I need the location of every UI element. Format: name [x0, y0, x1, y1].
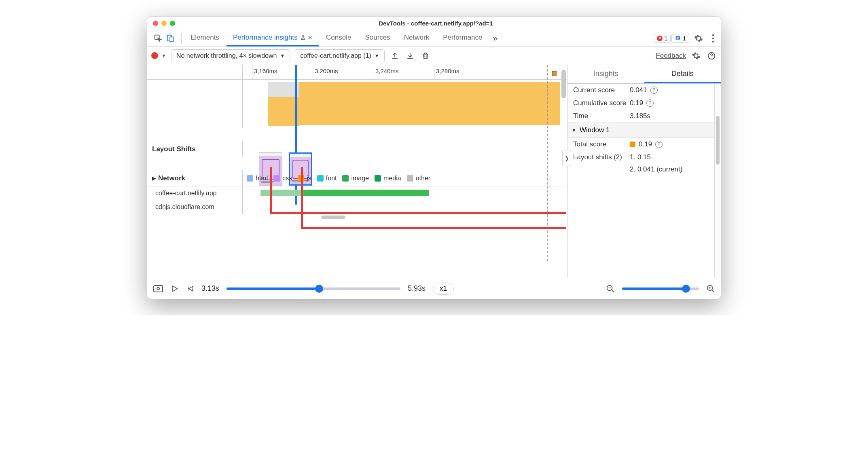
- speed-button[interactable]: x1: [433, 283, 454, 295]
- pane-toggle[interactable]: ❯: [562, 150, 571, 166]
- record-menu-icon[interactable]: ▼: [161, 53, 166, 59]
- time-value: 3.185s: [630, 112, 650, 120]
- details-scrollbar[interactable]: [714, 84, 721, 278]
- traffic-lights: [147, 21, 175, 26]
- tab-elements[interactable]: Elements: [184, 30, 226, 46]
- tab-perf-insights-label: Performance insights: [233, 30, 298, 46]
- current-score-value: 0.041: [630, 86, 647, 94]
- tab-performance-label: Performance: [443, 30, 482, 46]
- delete-icon[interactable]: [420, 51, 431, 61]
- export-icon[interactable]: [390, 51, 400, 61]
- recording-label: coffee-cart.netlify.app (1): [300, 52, 371, 59]
- timeline-pane: 3,160ms 3,200ms 3,240ms 3,280ms: [147, 65, 567, 278]
- window-section[interactable]: ▼ Window 1: [567, 123, 721, 138]
- network-row-2: cdnjs.cloudflare.com: [147, 200, 567, 214]
- total-score-label: Total score: [573, 140, 630, 148]
- message-icon: [675, 35, 681, 42]
- kebab-menu-icon[interactable]: [708, 34, 718, 43]
- chevron-down-icon: ▼: [280, 53, 285, 59]
- network-track-label: Network: [158, 174, 185, 182]
- ruler-tick-label: 3,280ms: [436, 68, 459, 74]
- details-tabs: Insights Details: [567, 65, 721, 84]
- tab-performance[interactable]: Performance: [436, 30, 489, 46]
- legend-js: js: [307, 175, 311, 182]
- feedback-link[interactable]: Feedback: [656, 52, 686, 60]
- window-minimize[interactable]: [161, 21, 167, 26]
- preview-icon[interactable]: [153, 284, 163, 293]
- legend-swatch-image: [342, 175, 349, 182]
- throttling-select[interactable]: No network throttling, 4× slowdown ▼: [171, 49, 290, 62]
- zoom-out-icon[interactable]: [606, 284, 615, 293]
- horizontal-scrollbar[interactable]: [147, 214, 567, 220]
- device-toggle-icon[interactable]: [165, 33, 176, 44]
- legend-swatch-html: [247, 175, 253, 182]
- messages-count: 1: [683, 35, 686, 42]
- time-end: 5.93s: [408, 284, 426, 293]
- cumulative-label: Cumulative score: [573, 99, 630, 107]
- host-2: cdnjs.cloudflare.com: [147, 200, 243, 214]
- window-title: DevTools - coffee-cart.netlify.app/?ad=1: [175, 20, 697, 27]
- range-end-line: [547, 65, 548, 261]
- more-tabs-icon[interactable]: »: [490, 34, 501, 43]
- help-icon[interactable]: [706, 51, 717, 61]
- help-icon[interactable]: ?: [650, 87, 658, 94]
- annotation-line: [301, 227, 566, 229]
- time-start: 3.13s: [201, 284, 219, 293]
- inspect-icon[interactable]: [153, 33, 163, 44]
- tab-performance-insights[interactable]: Performance insights ×: [227, 30, 319, 46]
- legend-other: other: [416, 175, 430, 182]
- time-slider[interactable]: [227, 287, 400, 290]
- shift-item-2[interactable]: 2. 0.041 (current): [630, 165, 682, 173]
- messages-badge[interactable]: 1: [671, 34, 689, 43]
- error-icon: [657, 36, 663, 41]
- play-button[interactable]: [171, 285, 179, 293]
- svg-point-5: [712, 34, 714, 36]
- network-legend: html css js font image media other: [243, 171, 567, 185]
- layout-shifts-label: Layout Shifts: [147, 141, 243, 157]
- timeline-marker[interactable]: [552, 71, 557, 76]
- tab-details[interactable]: Details: [644, 65, 721, 83]
- help-icon[interactable]: ?: [655, 141, 663, 148]
- record-button[interactable]: [151, 52, 158, 59]
- zoom-in-icon[interactable]: [706, 284, 715, 293]
- errors-badge[interactable]: 1: [654, 34, 671, 43]
- legend-media: media: [383, 175, 401, 182]
- legend-font: font: [326, 175, 337, 182]
- tab-console[interactable]: Console: [320, 30, 358, 46]
- window-maximize[interactable]: [170, 21, 175, 26]
- panel-settings-icon[interactable]: [691, 51, 701, 61]
- current-score-label: Current score: [573, 86, 630, 94]
- svg-rect-4: [677, 38, 679, 38]
- window-close[interactable]: [153, 21, 158, 26]
- settings-icon[interactable]: [690, 34, 707, 43]
- legend-image: image: [351, 175, 369, 182]
- svg-rect-2: [170, 37, 173, 42]
- tab-console-label: Console: [326, 30, 351, 46]
- request-bar[interactable]: [303, 190, 429, 196]
- tab-insights[interactable]: Insights: [567, 65, 644, 83]
- recording-select[interactable]: coffee-cart.netlify.app (1) ▼: [295, 49, 384, 62]
- seek-start-button[interactable]: [186, 285, 194, 293]
- svg-point-10: [157, 287, 159, 290]
- ruler-tick-label: 3,200ms: [315, 68, 338, 74]
- playback-bar: 3.13s 5.93s x1: [147, 278, 721, 299]
- tab-network[interactable]: Network: [398, 30, 436, 46]
- timeline-ruler[interactable]: 3,160ms 3,200ms 3,240ms 3,280ms: [147, 65, 567, 80]
- legend-swatch-css: [273, 175, 280, 182]
- throttling-label: No network throttling, 4× slowdown: [176, 52, 277, 59]
- track-main: [147, 80, 567, 128]
- vertical-scrollbar[interactable]: [560, 65, 567, 79]
- close-tab-icon[interactable]: ×: [308, 30, 313, 46]
- zoom-slider[interactable]: [622, 287, 699, 290]
- shift-item-1[interactable]: 1. 0.15: [630, 153, 651, 161]
- tab-sources[interactable]: Sources: [358, 30, 396, 46]
- details-pane: ❯ Insights Details Current score 0.041? …: [567, 65, 721, 278]
- import-icon[interactable]: [405, 51, 415, 61]
- tab-sources-label: Sources: [365, 30, 390, 46]
- time-label: Time: [573, 112, 630, 120]
- help-icon[interactable]: ?: [646, 99, 654, 107]
- shifts-label: Layout shifts (2): [573, 153, 630, 161]
- expand-icon[interactable]: ▶: [152, 175, 156, 181]
- request-bar[interactable]: [260, 190, 305, 196]
- legend-html: html: [256, 175, 268, 182]
